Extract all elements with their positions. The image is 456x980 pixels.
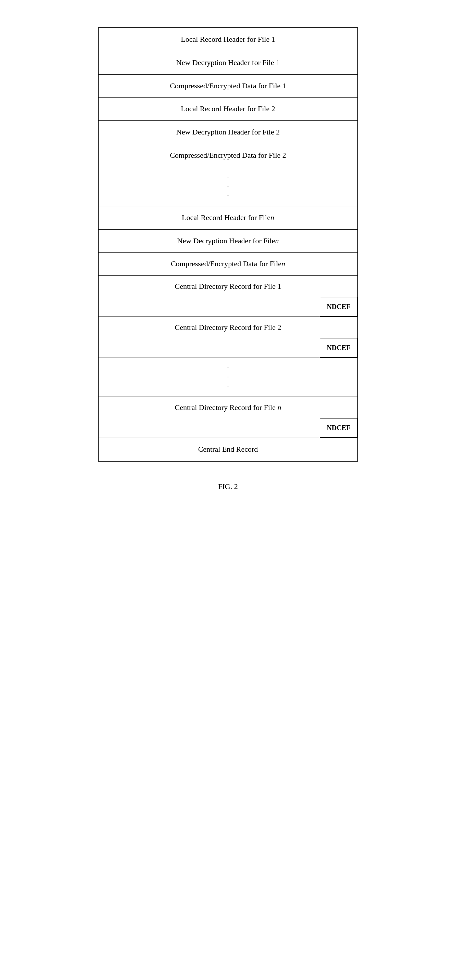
table-row: Local Record Header for File 2: [99, 97, 357, 121]
ndcef-badge: NDCEF: [320, 338, 357, 358]
table-row-ndcef: Central Directory Record for File 1NDCEF: [99, 276, 357, 317]
row-label: Compressed/Encrypted Data for File 2: [99, 144, 357, 167]
table-row: New Decryption Header for File 1: [99, 51, 357, 75]
ndcef-badge: NDCEF: [320, 297, 357, 317]
row-label: Central End Record: [99, 438, 357, 461]
row-label: Central Directory Record for File 2: [99, 317, 357, 338]
ndcef-container: NDCEF: [99, 418, 357, 438]
table-row: New Decryption Header for File 2: [99, 121, 357, 144]
row-label: Local Record Header for File 1: [99, 28, 357, 51]
row-label: Compressed/Encrypted Data for File 1: [99, 75, 357, 97]
row-label: New Decryption Header for File 2: [99, 121, 357, 144]
row-label: Local Record Header for File 2: [99, 97, 357, 121]
table-row-ndcef: Central Directory Record for File 2NDCEF: [99, 317, 357, 358]
table-row: Central End Record: [99, 438, 357, 461]
diagram: Local Record Header for File 1New Decryp…: [98, 27, 358, 461]
figure-caption: FIG. 2: [218, 482, 238, 491]
ndcef-badge: NDCEF: [320, 418, 357, 438]
row-label: New Decryption Header for File n: [99, 230, 357, 253]
table-row: Local Record Header for File n: [99, 206, 357, 230]
table-row: New Decryption Header for File n: [99, 230, 357, 253]
row-label: Central Directory Record for File n: [99, 397, 357, 418]
dots-row: ···: [99, 167, 357, 206]
ndcef-container: NDCEF: [99, 338, 357, 358]
row-label: New Decryption Header for File 1: [99, 51, 357, 74]
table-row: Local Record Header for File 1: [99, 28, 357, 51]
table-row: Compressed/Encrypted Data for File 1: [99, 75, 357, 98]
table-row: Compressed/Encrypted Data for File 2: [99, 144, 357, 167]
row-label: Local Record Header for File n: [99, 206, 357, 229]
dots-row: ···: [99, 358, 357, 397]
diagram-table: Local Record Header for File 1New Decryp…: [98, 27, 358, 461]
row-label: Compressed/Encrypted Data for File n: [99, 253, 357, 275]
table-row-ndcef: Central Directory Record for File nNDCEF: [99, 397, 357, 438]
table-row: Compressed/Encrypted Data for File n: [99, 253, 357, 276]
ndcef-container: NDCEF: [99, 297, 357, 317]
row-label: Central Directory Record for File 1: [99, 276, 357, 297]
